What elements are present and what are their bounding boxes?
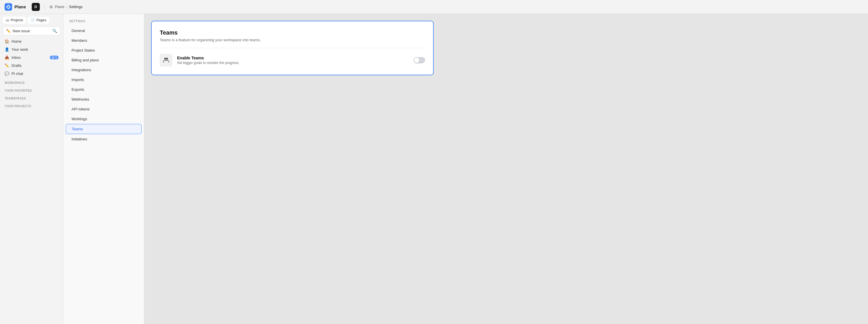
settings-nav-general[interactable]: General — [66, 26, 142, 35]
settings-worklogs-label: Worklogs — [71, 117, 87, 121]
inbox-badge: @ 1 — [50, 56, 59, 59]
breadcrumb: ⚙ Plane › Settings — [44, 5, 83, 9]
settings-nav-exports[interactable]: Exports — [66, 85, 142, 94]
favorites-section-label: YOUR FAVORITES — [0, 86, 63, 93]
user-avatar[interactable]: D — [32, 3, 40, 11]
breadcrumb-workspace[interactable]: Plane — [55, 5, 64, 9]
projects-label: Projects — [11, 18, 23, 22]
sidebar-top-buttons: 🗂 Projects 📄 Pages — [0, 17, 63, 27]
pages-icon: 📄 — [31, 18, 35, 22]
new-issue-left: ✏️ New issue — [6, 29, 30, 33]
main-content: Teams Teams is a feature for organizing … — [144, 14, 868, 324]
pages-button[interactable]: 📄 Pages — [28, 17, 49, 24]
sidebar-item-drafts[interactable]: ✏️ Drafts — [2, 62, 61, 69]
settings-nav-imports[interactable]: Imports — [66, 75, 142, 85]
settings-initiatives-label: Initiatives — [71, 137, 87, 141]
projects-icon: 🗂 — [6, 18, 9, 22]
breadcrumb-current: Settings — [69, 5, 83, 9]
svg-rect-1 — [7, 6, 9, 8]
your-work-icon: 👤 — [5, 47, 9, 52]
plane-logo-icon — [5, 3, 12, 11]
settings-nav-billing[interactable]: Billing and plans — [66, 55, 142, 65]
svg-point-2 — [164, 58, 166, 60]
enable-teams-row: Enable Teams Set bigger goals to monitor… — [160, 54, 425, 67]
settings-api-tokens-label: API tokens — [71, 107, 90, 111]
sidebar-item-inbox[interactable]: 📥 Inbox @ 1 — [2, 54, 61, 61]
teams-group-icon — [162, 57, 170, 64]
sidebar-inbox-label: Inbox — [11, 55, 21, 60]
settings-webhooks-label: Webhooks — [71, 97, 89, 101]
sidebar-home-label: Home — [11, 39, 22, 43]
search-button[interactable]: 🔍 — [52, 29, 57, 33]
settings-members-label: Members — [71, 38, 87, 43]
settings-icon: ⚙ — [49, 5, 53, 9]
pi-chat-icon: 💬 — [5, 71, 9, 76]
workspace-section-label: WORKSPACE — [0, 78, 63, 86]
settings-nav-initiatives[interactable]: Initiatives — [66, 134, 142, 144]
topbar: Plane D ⚙ Plane › Settings — [0, 0, 868, 14]
sidebar: 🗂 Projects 📄 Pages ✏️ New issue 🔍 🏠 Home… — [0, 14, 63, 324]
new-issue-edit-icon: ✏️ — [6, 29, 11, 33]
new-issue-label: New issue — [13, 29, 30, 33]
svg-point-3 — [166, 58, 168, 60]
sidebar-nav: 🏠 Home 👤 Your work 📥 Inbox @ 1 ✏️ Drafts… — [0, 37, 63, 78]
settings-exports-label: Exports — [71, 87, 84, 92]
sidebar-pi-chat-label: Pi chat — [11, 71, 23, 76]
app-logo[interactable]: Plane — [5, 3, 26, 11]
settings-nav-worklogs[interactable]: Worklogs — [66, 114, 142, 124]
projects-section-label: YOUR PROJECTS — [0, 101, 63, 109]
enable-teams-title: Enable Teams — [177, 56, 409, 60]
enable-teams-toggle[interactable] — [413, 57, 425, 63]
settings-nav-integrations[interactable]: Integrations — [66, 65, 142, 75]
new-issue-bar[interactable]: ✏️ New issue 🔍 — [3, 27, 60, 35]
teams-card-divider — [160, 48, 425, 48]
settings-general-label: General — [71, 29, 85, 33]
enable-teams-icon — [160, 54, 173, 67]
sidebar-drafts-label: Drafts — [11, 63, 22, 68]
settings-nav-teams[interactable]: Teams — [66, 124, 142, 134]
settings-nav-project-states[interactable]: Project States — [66, 45, 142, 55]
settings-billing-label: Billing and plans — [71, 58, 99, 62]
app-name: Plane — [14, 4, 26, 9]
teamspaces-section-label: TEAMSPACES — [0, 93, 63, 101]
teams-card: Teams Teams is a feature for organizing … — [151, 21, 434, 75]
settings-nav-webhooks[interactable]: Webhooks — [66, 95, 142, 104]
drafts-icon: ✏️ — [5, 63, 9, 68]
settings-sidebar: SETTINGS General Members Project States … — [63, 14, 144, 324]
sidebar-item-your-work[interactable]: 👤 Your work — [2, 45, 61, 53]
settings-imports-label: Imports — [71, 77, 84, 82]
sidebar-item-home[interactable]: 🏠 Home — [2, 37, 61, 45]
pages-label: Pages — [36, 18, 46, 22]
breadcrumb-arrow: › — [66, 5, 67, 9]
settings-section-label: SETTINGS — [63, 20, 144, 26]
settings-teams-label: Teams — [72, 127, 83, 131]
projects-button[interactable]: 🗂 Projects — [3, 17, 26, 24]
home-icon: 🏠 — [5, 39, 9, 43]
enable-teams-subtitle: Set bigger goals to monitor the progress — [177, 61, 409, 65]
sidebar-your-work-label: Your work — [11, 47, 28, 52]
settings-integrations-label: Integrations — [71, 68, 91, 72]
main-layout: 🗂 Projects 📄 Pages ✏️ New issue 🔍 🏠 Home… — [0, 14, 868, 324]
teams-card-description: Teams is a feature for organizing your w… — [160, 38, 425, 42]
teams-card-title: Teams — [160, 29, 425, 36]
settings-project-states-label: Project States — [71, 48, 95, 53]
settings-nav-members[interactable]: Members — [66, 36, 142, 45]
settings-nav-api-tokens[interactable]: API tokens — [66, 104, 142, 114]
inbox-icon: 📥 — [5, 55, 9, 60]
enable-teams-text: Enable Teams Set bigger goals to monitor… — [177, 56, 409, 65]
sidebar-item-pi-chat[interactable]: 💬 Pi chat — [2, 70, 61, 77]
